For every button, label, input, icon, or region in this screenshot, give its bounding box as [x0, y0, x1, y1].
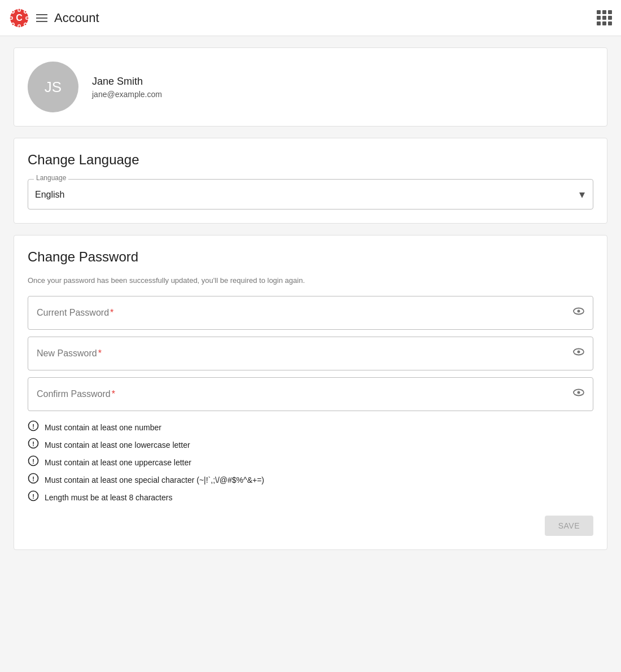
confirm-password-input[interactable]: [28, 377, 593, 411]
apps-icon[interactable]: [597, 10, 612, 25]
language-field-wrapper: Language English Spanish French German P…: [28, 179, 593, 210]
svg-text:!: !: [32, 440, 34, 447]
page-title: Account: [54, 11, 99, 25]
req-lowercase-text: Must contain at least one lowercase lett…: [45, 440, 190, 450]
avatar: JS: [28, 62, 78, 112]
new-password-visibility-icon[interactable]: [572, 345, 585, 362]
svg-text:!: !: [32, 475, 34, 482]
req-special: ! Must contain at least one special char…: [28, 473, 593, 487]
req-lowercase-icon: !: [28, 438, 39, 452]
req-uppercase-text: Must contain at least one uppercase lett…: [45, 458, 191, 467]
req-length-text: Length must be at least 8 characters: [45, 493, 172, 502]
current-password-visibility-icon[interactable]: [572, 304, 585, 321]
req-uppercase-icon: !: [28, 455, 39, 469]
profile-email: jane@example.com: [92, 90, 162, 99]
save-row: Save: [28, 516, 593, 536]
language-field-label: Language: [34, 174, 68, 182]
svg-point-15: [578, 391, 580, 394]
svg-rect-5: [26, 17, 29, 19]
password-requirements: ! Must contain at least one number ! Mus…: [28, 420, 593, 504]
req-number-text: Must contain at least one number: [45, 423, 161, 432]
confirm-password-visibility-icon[interactable]: [572, 386, 585, 403]
req-number-icon: !: [28, 420, 39, 434]
profile-name: Jane Smith: [92, 76, 162, 88]
svg-rect-4: [10, 17, 12, 19]
req-uppercase: ! Must contain at least one uppercase le…: [28, 455, 593, 469]
req-special-text: Must contain at least one special charac…: [45, 475, 264, 485]
password-section-title: Change Password: [28, 249, 593, 265]
req-special-icon: !: [28, 473, 39, 487]
svg-text:!: !: [32, 423, 34, 430]
new-password-input[interactable]: [28, 337, 593, 370]
svg-point-11: [578, 310, 580, 313]
password-card: Change Password Once your password has b…: [14, 235, 607, 550]
new-password-wrapper: New Password*: [28, 337, 593, 370]
password-hint: Once your password has been successfully…: [28, 276, 593, 285]
svg-rect-2: [18, 8, 20, 11]
req-lowercase: ! Must contain at least one lowercase le…: [28, 438, 593, 452]
language-select[interactable]: English Spanish French German Portuguese: [35, 180, 586, 209]
logo-icon: C: [9, 8, 29, 28]
req-length: ! Length must be at least 8 characters: [28, 490, 593, 504]
header: C Account: [0, 0, 621, 36]
svg-text:!: !: [32, 458, 34, 465]
current-password-wrapper: Current Password*: [28, 296, 593, 330]
svg-rect-3: [18, 25, 20, 28]
svg-text:!: !: [32, 493, 34, 500]
req-number: ! Must contain at least one number: [28, 420, 593, 434]
current-password-input[interactable]: [28, 296, 593, 330]
req-length-icon: !: [28, 490, 39, 504]
language-card: Change Language Language English Spanish…: [14, 138, 607, 224]
save-button[interactable]: Save: [545, 516, 593, 536]
profile-card: JS Jane Smith jane@example.com: [14, 47, 607, 126]
svg-point-13: [578, 351, 580, 354]
svg-text:C: C: [16, 13, 23, 23]
language-section-title: Change Language: [28, 152, 593, 168]
profile-info: Jane Smith jane@example.com: [92, 76, 162, 99]
header-left: C Account: [9, 8, 99, 28]
confirm-password-wrapper: Confirm Password*: [28, 377, 593, 411]
main-content: JS Jane Smith jane@example.com Change La…: [0, 36, 621, 561]
hamburger-menu-icon[interactable]: [36, 14, 47, 22]
